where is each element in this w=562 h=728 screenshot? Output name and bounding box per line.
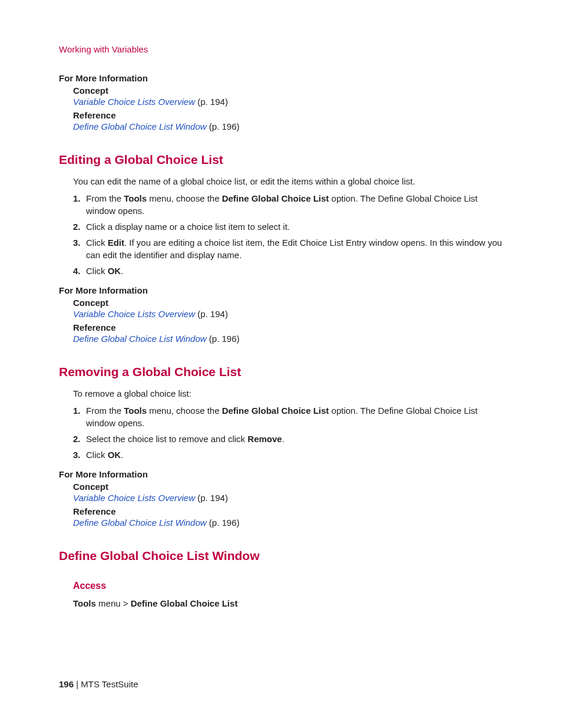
for-more-info-block: For More Information Concept Variable Ch… <box>59 285 503 344</box>
step-number: 2. <box>73 433 86 445</box>
fmi-link-row: Variable Choice Lists Overview (p. 194) <box>73 97 503 107</box>
fmi-reference-label: Reference <box>73 506 503 516</box>
step-text: Click Edit. If you are editing a choice … <box>86 236 503 261</box>
fmi-concept-label: Concept <box>73 298 503 308</box>
fmi-concept-label: Concept <box>73 482 503 492</box>
step-number: 3. <box>73 236 86 261</box>
fmi-concept-label: Concept <box>73 85 503 95</box>
step-item: 4. Click OK. <box>73 265 503 277</box>
section-intro: To remove a global choice list: <box>73 387 503 400</box>
xref-define-global-choice-list-window[interactable]: Define Global Choice List Window <box>73 334 207 344</box>
step-number: 2. <box>73 220 86 233</box>
xref-variable-choice-lists-overview[interactable]: Variable Choice Lists Overview <box>73 309 195 319</box>
fmi-link-row: Variable Choice Lists Overview (p. 194) <box>73 309 503 319</box>
step-number: 1. <box>73 404 86 429</box>
section-intro: You can edit the name of a global choice… <box>73 175 503 187</box>
fmi-title: For More Information <box>59 73 503 83</box>
page-number: 196 <box>59 679 74 689</box>
step-number: 3. <box>73 449 86 461</box>
section-heading-define-window: Define Global Choice List Window <box>59 549 503 563</box>
fmi-link-row: Define Global Choice List Window (p. 196… <box>73 121 503 131</box>
step-text: From the Tools menu, choose the Define G… <box>86 192 503 217</box>
fmi-link-row: Define Global Choice List Window (p. 196… <box>73 334 503 344</box>
for-more-info-block: For More Information Concept Variable Ch… <box>59 73 503 131</box>
fmi-reference-label: Reference <box>73 110 503 120</box>
step-text: Click a display name or a choice list it… <box>86 220 503 233</box>
page-ref: (p. 194) <box>195 493 228 503</box>
step-text: Select the choice list to remove and cli… <box>86 433 503 445</box>
step-list: 1. From the Tools menu, choose the Defin… <box>73 404 503 461</box>
page-ref: (p. 196) <box>207 518 240 528</box>
section-heading-editing: Editing a Global Choice List <box>59 153 503 167</box>
page-ref: (p. 196) <box>207 334 240 344</box>
fmi-link-row: Define Global Choice List Window (p. 196… <box>73 518 503 528</box>
page-ref: (p. 194) <box>195 309 228 319</box>
xref-variable-choice-lists-overview[interactable]: Variable Choice Lists Overview <box>73 493 195 503</box>
page-ref: (p. 196) <box>207 121 240 131</box>
step-text: Click OK. <box>86 265 503 277</box>
page-footer: 196 | MTS TestSuite <box>59 679 138 689</box>
step-text: Click OK. <box>86 449 503 461</box>
step-number: 1. <box>73 192 86 217</box>
product-name: MTS TestSuite <box>81 679 138 689</box>
step-list: 1. From the Tools menu, choose the Defin… <box>73 192 503 277</box>
fmi-link-row: Variable Choice Lists Overview (p. 194) <box>73 493 503 503</box>
breadcrumb: Working with Variables <box>59 44 503 54</box>
step-item: 2. Click a display name or a choice list… <box>73 220 503 233</box>
document-page: Working with Variables For More Informat… <box>0 0 562 728</box>
page-ref: (p. 194) <box>195 97 228 107</box>
for-more-info-block: For More Information Concept Variable Ch… <box>59 469 503 528</box>
fmi-title: For More Information <box>59 469 503 479</box>
step-item: 3. Click OK. <box>73 449 503 461</box>
section-heading-removing: Removing a Global Choice List <box>59 365 503 379</box>
step-item: 2. Select the choice list to remove and … <box>73 433 503 445</box>
step-number: 4. <box>73 265 86 277</box>
fmi-title: For More Information <box>59 285 503 295</box>
step-item: 1. From the Tools menu, choose the Defin… <box>73 404 503 429</box>
access-path: Tools menu > Define Global Choice List <box>73 597 503 610</box>
step-text: From the Tools menu, choose the Define G… <box>86 404 503 429</box>
xref-variable-choice-lists-overview[interactable]: Variable Choice Lists Overview <box>73 97 195 107</box>
access-heading: Access <box>73 581 503 591</box>
step-item: 3. Click Edit. If you are editing a choi… <box>73 236 503 261</box>
fmi-reference-label: Reference <box>73 322 503 332</box>
step-item: 1. From the Tools menu, choose the Defin… <box>73 192 503 217</box>
xref-define-global-choice-list-window[interactable]: Define Global Choice List Window <box>73 518 207 528</box>
footer-separator: | <box>74 679 81 689</box>
xref-define-global-choice-list-window[interactable]: Define Global Choice List Window <box>73 121 207 131</box>
